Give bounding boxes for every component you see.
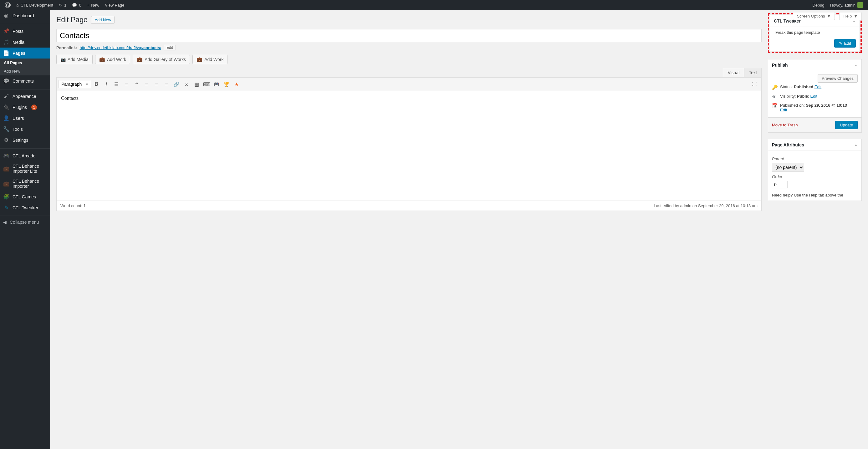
new-content-link[interactable]: + New	[85, 0, 102, 10]
italic-button[interactable]: I	[102, 79, 111, 89]
updates-link[interactable]: ⟳ 1	[56, 0, 69, 10]
menu-users[interactable]: 👤Users	[0, 113, 50, 124]
camera-icon: 📷	[60, 57, 66, 62]
plugin-count-badge: 1	[31, 104, 37, 110]
menu-ctl-behance-lite[interactable]: 💼CTL Behance Importer Lite	[0, 161, 50, 176]
wp-logo[interactable]	[2, 0, 13, 10]
comments-link[interactable]: 💬 0	[69, 0, 84, 10]
editor-content[interactable]: Contacts	[57, 91, 761, 200]
blockquote-button[interactable]: ❝	[132, 79, 141, 89]
menu-posts[interactable]: 📌Posts	[0, 26, 50, 37]
gamepad-icon[interactable]: 🎮	[212, 79, 221, 89]
editor-toolbar: Paragraph B I ☰ ≡ ❝ ≡ ≡ ≡ 🔗 ⚔ ▦ ⌨ 🎮 🏆 ★	[57, 77, 761, 91]
toggle-icon: ▲	[854, 143, 858, 147]
menu-ctl-arcade[interactable]: 🎮CTL Arcade	[0, 150, 50, 161]
order-input[interactable]	[772, 181, 787, 188]
key-icon: 🔑	[772, 85, 777, 90]
collapse-menu[interactable]: ◀Collapse menu	[0, 216, 50, 227]
view-page-link[interactable]: View Page	[102, 0, 127, 10]
add-gallery-button[interactable]: 💼Add Gallery of Works	[133, 55, 190, 64]
unlink-button[interactable]: ⚔	[182, 79, 191, 89]
comment-icon: 💬	[3, 78, 9, 84]
submenu-add-new[interactable]: Add New	[0, 67, 50, 75]
calendar-icon: 📅	[772, 103, 777, 108]
toolbar-toggle-button[interactable]: ⌨	[202, 79, 211, 89]
menu-comments[interactable]: 💬Comments	[0, 75, 50, 86]
settings-icon: ⚙	[3, 137, 9, 143]
add-media-button[interactable]: 📷Add Media	[56, 55, 93, 64]
menu-pages[interactable]: 📄Pages	[0, 47, 50, 59]
add-work-2-button[interactable]: 💼Add Work	[192, 55, 227, 64]
chevron-down-icon: ▼	[854, 14, 858, 19]
format-select[interactable]: Paragraph	[59, 80, 91, 88]
bullet-list-button[interactable]: ☰	[112, 79, 121, 89]
briefcase-icon: 💼	[99, 57, 105, 62]
menu-dashboard[interactable]: ◉Dashboard	[0, 10, 50, 21]
post-title-input[interactable]	[56, 29, 762, 42]
gamepad-icon: 🎮	[3, 153, 9, 159]
link-button[interactable]: 🔗	[172, 79, 181, 89]
parent-label: Parent	[772, 156, 858, 161]
preview-changes-button[interactable]: Preview Changes	[817, 74, 858, 83]
menu-ctl-games[interactable]: 🧩CTL Games	[0, 191, 50, 202]
status-edit-link[interactable]: Edit	[814, 85, 822, 89]
pencil-icon: ✎	[3, 205, 9, 211]
pages-icon: 📄	[3, 50, 9, 56]
attributes-help: Need help? Use the Help tab above the	[772, 193, 858, 197]
parent-select[interactable]: (no parent)	[772, 163, 804, 172]
align-right-button[interactable]: ≡	[162, 79, 171, 89]
tweaker-edit-button[interactable]: ✎Edit	[834, 39, 856, 47]
fullscreen-button[interactable]: ⛶	[750, 79, 760, 89]
date-edit-link[interactable]: Edit	[780, 108, 787, 112]
debug-link[interactable]: Debug	[810, 0, 827, 10]
menu-settings[interactable]: ⚙Settings	[0, 134, 50, 146]
readmore-button[interactable]: ▦	[192, 79, 201, 89]
account-link[interactable]: Howdy, admin	[828, 0, 866, 10]
visibility-edit-link[interactable]: Edit	[810, 94, 817, 99]
last-edited: Last edited by admin on September 29, 20…	[654, 203, 757, 208]
menu-plugins[interactable]: 🔌Plugins1	[0, 102, 50, 113]
help-tab[interactable]: Help▼	[839, 12, 862, 20]
align-center-button[interactable]: ≡	[152, 79, 161, 89]
home-icon: ⌂	[16, 3, 19, 7]
number-list-button[interactable]: ≡	[122, 79, 131, 89]
briefcase-icon: 💼	[196, 57, 203, 62]
appearance-icon: 🖌	[3, 94, 9, 99]
move-to-trash-link[interactable]: Move to Trash	[772, 123, 798, 127]
eye-icon: 👁	[772, 94, 777, 99]
order-label: Order	[772, 174, 858, 179]
menu-ctl-tweaker[interactable]: ✎CTL Tweaker	[0, 202, 50, 213]
align-left-button[interactable]: ≡	[142, 79, 151, 89]
star-icon[interactable]: ★	[232, 79, 241, 89]
editor-box: Paragraph B I ☰ ≡ ❝ ≡ ≡ ≡ 🔗 ⚔ ▦ ⌨ 🎮 🏆 ★	[56, 77, 762, 211]
attributes-postbox-header[interactable]: Page Attributes ▲	[768, 139, 861, 151]
text-tab[interactable]: Text	[744, 68, 762, 77]
page-heading: Edit Page	[56, 13, 88, 24]
screen-options-tab[interactable]: Screen Options▼	[793, 12, 835, 20]
site-name-link[interactable]: ⌂ CTL Development	[14, 0, 56, 10]
tools-icon: 🔧	[3, 126, 9, 132]
add-new-button[interactable]: Add New	[91, 16, 115, 24]
permalink-edit-button[interactable]: Edit	[164, 45, 176, 51]
permalink-link[interactable]: http://dev.codethislab.com/draft/wp/cont…	[80, 45, 161, 50]
avatar	[857, 2, 863, 8]
visual-tab[interactable]: Visual	[723, 68, 744, 77]
publish-postbox-header[interactable]: Publish ▲	[768, 59, 861, 71]
menu-appearance[interactable]: 🖌Appearance	[0, 91, 50, 102]
permalink-row: Permalink: http://dev.codethislab.com/dr…	[56, 45, 762, 51]
submenu-all-pages[interactable]: All Pages	[0, 59, 50, 67]
briefcase-icon: 💼	[3, 166, 9, 172]
menu-ctl-behance[interactable]: 💼CTL Behance Importer	[0, 176, 50, 191]
trophy-icon[interactable]: 🏆	[222, 79, 231, 89]
admin-menu: ◉Dashboard 📌Posts 🎵Media 📄Pages All Page…	[0, 10, 50, 449]
menu-media[interactable]: 🎵Media	[0, 37, 50, 47]
puzzle-icon: 🧩	[3, 194, 9, 200]
add-work-button[interactable]: 💼Add Work	[95, 55, 130, 64]
menu-tools[interactable]: 🔧Tools	[0, 124, 50, 134]
users-icon: 👤	[3, 115, 9, 121]
update-button[interactable]: Update	[835, 121, 858, 129]
tweaker-text: Tweak this page template	[774, 30, 856, 35]
collapse-icon: ◀	[3, 220, 7, 225]
bold-button[interactable]: B	[92, 79, 101, 89]
plugin-icon: 🔌	[3, 104, 9, 110]
